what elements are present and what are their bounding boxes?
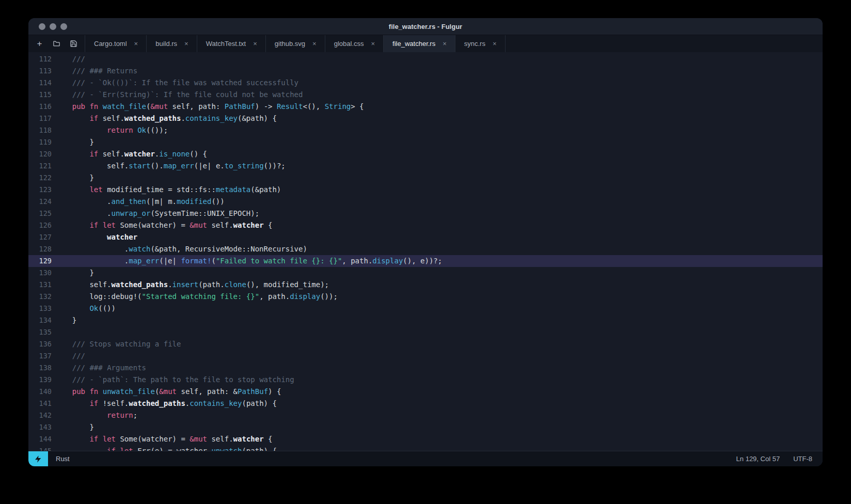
tab-close-icon[interactable]: × <box>133 39 140 48</box>
tab-sync-rs[interactable]: sync.rs× <box>455 35 506 52</box>
zoom-window-button[interactable] <box>60 23 67 30</box>
editor-window: file_watcher.rs - Fulgur + Cargo.toml×bu… <box>28 18 823 466</box>
line-content: /// Stops watching a file <box>55 338 181 350</box>
code-line[interactable]: 132log::debug!("Started watching file: {… <box>28 291 823 303</box>
line-number: 123 <box>28 184 52 196</box>
line-number: 135 <box>28 326 52 338</box>
line-content: if let Some(watcher) = &mut self.watcher… <box>55 433 272 445</box>
tab-label: github.svg <box>275 40 305 48</box>
code-line[interactable]: 138/// ### Arguments <box>28 362 823 374</box>
line-number: 136 <box>28 338 52 350</box>
tab-label: build.rs <box>155 40 177 48</box>
code-line[interactable]: 137/// <box>28 350 823 362</box>
code-line[interactable]: 144if let Some(watcher) = &mut self.watc… <box>28 433 823 445</box>
tab-close-icon[interactable]: × <box>251 39 259 48</box>
line-number: 132 <box>28 291 52 303</box>
line-number: 112 <box>28 53 52 65</box>
code-line[interactable]: 114/// - `Ok(())`: If the file was watch… <box>28 77 823 89</box>
code-line[interactable]: 143} <box>28 421 823 433</box>
line-content: .and_then(|m| m.modified()) <box>55 196 225 208</box>
line-number: 141 <box>28 398 52 410</box>
line-number: 142 <box>28 410 52 421</box>
code-line[interactable]: 140pub fn unwatch_file(&mut self, path: … <box>28 386 823 398</box>
open-folder-button[interactable] <box>49 37 65 51</box>
tab-file-watcher-rs[interactable]: file_watcher.rs× <box>384 35 455 52</box>
code-line[interactable]: 112/// <box>28 53 823 65</box>
code-line[interactable]: 142return; <box>28 410 823 421</box>
line-number: 118 <box>28 124 52 136</box>
code-area[interactable]: 112///113/// ### Returns114/// - `Ok(())… <box>28 52 823 451</box>
tab-close-icon[interactable]: × <box>311 39 318 48</box>
line-number: 129 <box>28 255 52 267</box>
line-number: 144 <box>28 433 52 445</box>
plus-icon: + <box>37 39 42 49</box>
tab-list: Cargo.toml×build.rs×WatchTest.txt×github… <box>85 35 506 52</box>
line-number: 116 <box>28 101 52 113</box>
code-line[interactable]: 122} <box>28 172 823 184</box>
tab-global-css[interactable]: global.css× <box>325 35 384 52</box>
line-number: 119 <box>28 136 52 148</box>
code-line[interactable]: 121self.start().map_err(|e| e.to_string(… <box>28 160 823 172</box>
tab-close-icon[interactable]: × <box>183 39 190 48</box>
code-line[interactable]: 134} <box>28 314 823 326</box>
save-file-button[interactable] <box>66 37 82 51</box>
code-line[interactable]: 129.map_err(|e| format!("Failed to watch… <box>28 255 823 267</box>
line-content: /// ### Returns <box>55 65 137 77</box>
title-bar[interactable]: file_watcher.rs - Fulgur <box>28 18 823 35</box>
tab-watchtest-txt[interactable]: WatchTest.txt× <box>197 35 266 52</box>
line-number: 113 <box>28 65 52 77</box>
code-line[interactable]: 145if let Err(e) = watcher.unwatch(path)… <box>28 445 823 451</box>
line-content: /// ### Arguments <box>55 362 146 374</box>
line-number: 117 <box>28 113 52 124</box>
encoding-indicator: UTF-8 <box>793 455 812 463</box>
code-line[interactable]: 113/// ### Returns <box>28 65 823 77</box>
line-content: if let Err(e) = watcher.unwatch(path) { <box>55 445 277 451</box>
code-line[interactable]: 120if self.watcher.is_none() { <box>28 148 823 160</box>
new-file-button[interactable]: + <box>31 37 48 51</box>
code-line[interactable]: 130} <box>28 267 823 279</box>
line-number: 120 <box>28 148 52 160</box>
code-line[interactable]: 116pub fn watch_file(&mut self, path: Pa… <box>28 101 823 113</box>
code-line[interactable]: 125.unwrap_or(SystemTime::UNIX_EPOCH); <box>28 208 823 219</box>
line-content: pub fn watch_file(&mut self, path: PathB… <box>55 101 364 113</box>
line-content: let modified_time = std::fs::metadata(&p… <box>55 184 281 196</box>
code-line[interactable]: 115/// - `Err(String)`: If the file coul… <box>28 89 823 101</box>
tab-close-icon[interactable]: × <box>370 39 377 48</box>
code-line[interactable]: 124.and_then(|m| m.modified()) <box>28 196 823 208</box>
line-content: .unwrap_or(SystemTime::UNIX_EPOCH); <box>55 208 259 219</box>
code-line[interactable]: 136/// Stops watching a file <box>28 338 823 350</box>
code-line[interactable]: 119} <box>28 136 823 148</box>
line-number: 124 <box>28 196 52 208</box>
code-line[interactable]: 123let modified_time = std::fs::metadata… <box>28 184 823 196</box>
line-number: 122 <box>28 172 52 184</box>
minimize-window-button[interactable] <box>50 23 56 30</box>
code-line[interactable]: 131self.watched_paths.insert(path.clone(… <box>28 279 823 291</box>
code-line[interactable]: 127watcher <box>28 231 823 243</box>
code-line[interactable]: 128.watch(&path, RecursiveMode::NonRecur… <box>28 243 823 255</box>
line-number: 137 <box>28 350 52 362</box>
line-content: /// <box>55 53 85 65</box>
tab-build-rs[interactable]: build.rs× <box>147 35 197 52</box>
close-window-button[interactable] <box>39 23 45 30</box>
tab-cargo-toml[interactable]: Cargo.toml× <box>85 35 147 52</box>
save-icon <box>70 40 77 48</box>
line-number: 128 <box>28 243 52 255</box>
tab-github-svg[interactable]: github.svg× <box>266 35 325 52</box>
line-content: } <box>55 267 94 279</box>
tab-actions: + <box>28 35 85 52</box>
code-line[interactable]: 135 <box>28 326 823 338</box>
tab-bar: + Cargo.toml×build.rs×WatchTest.txt×gith… <box>28 35 823 52</box>
line-content: if !self.watched_paths.contains_key(path… <box>55 398 277 410</box>
tab-close-icon[interactable]: × <box>491 39 498 48</box>
cursor-position: Ln 129, Col 57 <box>736 455 780 463</box>
line-content: if let Some(watcher) = &mut self.watcher… <box>55 219 272 231</box>
code-line[interactable]: 141if !self.watched_paths.contains_key(p… <box>28 398 823 410</box>
code-line[interactable]: 133Ok(()) <box>28 303 823 314</box>
code-line[interactable]: 118return Ok(()); <box>28 124 823 136</box>
code-line[interactable]: 126if let Some(watcher) = &mut self.watc… <box>28 219 823 231</box>
code-line[interactable]: 117if self.watched_paths.contains_key(&p… <box>28 113 823 124</box>
tab-label: WatchTest.txt <box>206 40 246 48</box>
tab-close-icon[interactable]: × <box>441 39 448 48</box>
line-number: 114 <box>28 77 52 89</box>
code-line[interactable]: 139/// - `path`: The path to the file to… <box>28 374 823 386</box>
